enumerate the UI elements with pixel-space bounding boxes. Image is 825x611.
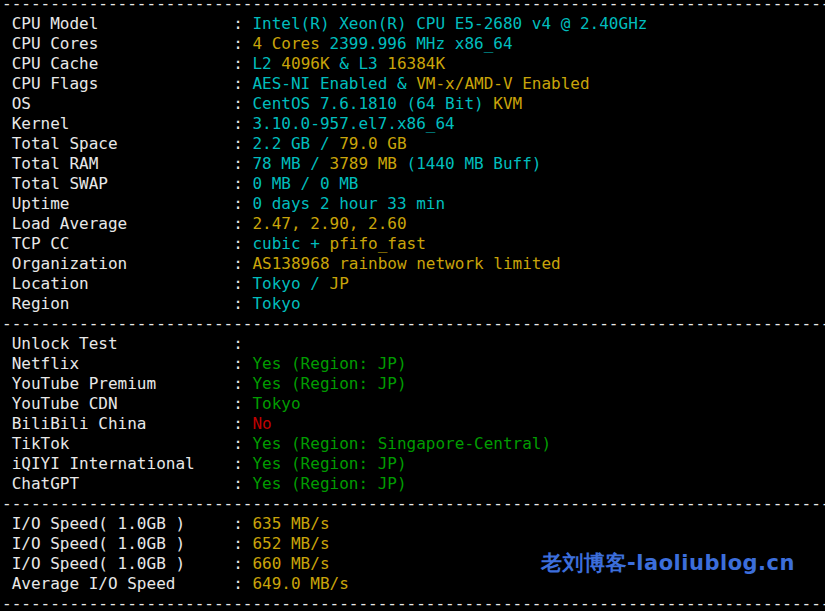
row-value-segment: Yes (Region: JP) [252, 354, 406, 373]
row-value-segment: 16384K [387, 54, 445, 73]
separator-line: ----------------------------------------… [2, 494, 825, 514]
row-label: Total RAM : [2, 154, 252, 173]
row-value-segment: VM-x/AMD-V Enabled [416, 74, 589, 93]
terminal-row: Organization : AS138968 rainbow network … [2, 254, 825, 274]
terminal-row: OS : CentOS 7.6.1810 (64 Bit) KVM [2, 94, 825, 114]
row-label: Average I/O Speed : [2, 574, 252, 593]
row-value-segment: 4 Cores [252, 34, 329, 53]
row-label: YouTube CDN : [2, 394, 252, 413]
row-value-segment: CentOS 7.6.1810 (64 Bit) [252, 94, 493, 113]
terminal-row: CPU Cache : L2 4096K & L3 16384K [2, 54, 825, 74]
row-label: Kernel : [2, 114, 252, 133]
terminal-row: Average I/O Speed : 649.0 MB/s [2, 574, 825, 594]
row-label: Total Space : [2, 134, 252, 153]
row-label: Netflix : [2, 354, 252, 373]
section-system-info: CPU Model : Intel(R) Xeon(R) CPU E5-2680… [2, 14, 825, 314]
row-value-segment: JP [330, 274, 349, 293]
terminal-row: BiliBili China : No [2, 414, 825, 434]
row-label: I/O Speed( 1.0GB ) : [2, 514, 252, 533]
row-value-segment: Tokyo / [252, 274, 329, 293]
row-label: YouTube Premium : [2, 374, 252, 393]
terminal-row: Total SWAP : 0 MB / 0 MB [2, 174, 825, 194]
terminal-row: Location : Tokyo / JP [2, 274, 825, 294]
terminal-row: YouTube Premium : Yes (Region: JP) [2, 374, 825, 394]
row-value-segment: No [252, 414, 271, 433]
row-label: CPU Cache : [2, 54, 252, 73]
row-value-segment: Yes (Region: JP) [252, 454, 406, 473]
row-label: CPU Cores : [2, 34, 252, 53]
terminal-output: ----------------------------------------… [0, 0, 825, 611]
section-unlock-test: Unlock Test : Netflix : Yes (Region: JP)… [2, 334, 825, 494]
row-value-segment: AS138968 rainbow network limited [252, 254, 560, 273]
row-label: I/O Speed( 1.0GB ) : [2, 534, 252, 553]
row-value-segment: 3789 MB [330, 154, 407, 173]
row-value-segment: 2.47, 2.90, 2.60 [252, 214, 406, 233]
terminal-row: CPU Cores : 4 Cores 2399.996 MHz x86_64 [2, 34, 825, 54]
terminal-row: YouTube CDN : Tokyo [2, 394, 825, 414]
separator-line: ----------------------------------------… [2, 0, 825, 14]
separator-line: ----------------------------------------… [2, 314, 825, 334]
row-value-segment: AES-NI Enabled & [252, 74, 416, 93]
row-value-segment: 79.0 GB [339, 134, 406, 153]
terminal-row: Kernel : 3.10.0-957.el7.x86_64 [2, 114, 825, 134]
row-value-segment: 0 MB / 0 MB [252, 174, 358, 193]
row-label: Load Average : [2, 214, 252, 233]
row-value-segment: pfifo_fast [330, 234, 426, 253]
row-value-segment: Yes (Region: JP) [252, 474, 406, 493]
row-value-segment: KVM [493, 94, 522, 113]
row-value-segment: 2399.996 MHz x86_64 [330, 34, 513, 53]
terminal-row: CPU Flags : AES-NI Enabled & VM-x/AMD-V … [2, 74, 825, 94]
row-value-segment: 649.0 MB/s [252, 574, 348, 593]
row-value-segment: Tokyo [252, 294, 300, 313]
watermark: 老刘博客-laoliublog.cn [541, 549, 795, 577]
row-value-segment: 78 MB / [252, 154, 329, 173]
row-value-segment: cubic + [252, 234, 329, 253]
terminal-row: TCP CC : cubic + pfifo_fast [2, 234, 825, 254]
row-label: TCP CC : [2, 234, 252, 253]
row-label: CPU Flags : [2, 74, 252, 93]
row-value-segment: L2 [252, 54, 281, 73]
row-label: OS : [2, 94, 252, 113]
row-value-segment: 652 MB/s [252, 534, 329, 553]
row-value-segment: & L3 [330, 54, 388, 73]
terminal-row: iQIYI International : Yes (Region: JP) [2, 454, 825, 474]
row-value-segment: 2.2 GB / [252, 134, 339, 153]
row-label: BiliBili China : [2, 414, 252, 433]
row-label: Organization : [2, 254, 252, 273]
terminal-row: ChatGPT : Yes (Region: JP) [2, 474, 825, 494]
terminal-row: Region : Tokyo [2, 294, 825, 314]
row-label: CPU Model : [2, 14, 252, 33]
row-label: TikTok : [2, 434, 252, 453]
row-label: Uptime : [2, 194, 252, 213]
row-value-segment: Tokyo [252, 394, 300, 413]
row-value-segment: Intel(R) Xeon(R) CPU E5-2680 v4 @ 2.40GH… [252, 14, 647, 33]
row-value-segment: 4096K [281, 54, 329, 73]
row-label: Region : [2, 294, 252, 313]
row-label: I/O Speed( 1.0GB ) : [2, 554, 252, 573]
row-label: Total SWAP : [2, 174, 252, 193]
separator-line: ----------------------------------------… [2, 594, 825, 611]
row-value-segment: 3.10.0-957.el7.x86_64 [252, 114, 454, 133]
row-label: iQIYI International : [2, 454, 252, 473]
row-value-segment: 0 days 2 hour 33 min [252, 194, 445, 213]
row-value-segment: 660 MB/s [252, 554, 329, 573]
terminal-row: Total RAM : 78 MB / 3789 MB (1440 MB Buf… [2, 154, 825, 174]
row-label: Unlock Test : [2, 334, 252, 353]
terminal-row: I/O Speed( 1.0GB ) : 635 MB/s [2, 514, 825, 534]
terminal-row: Unlock Test : [2, 334, 825, 354]
terminal-row: Uptime : 0 days 2 hour 33 min [2, 194, 825, 214]
row-label: Location : [2, 274, 252, 293]
terminal-row: Netflix : Yes (Region: JP) [2, 354, 825, 374]
row-value-segment: Yes (Region: JP) [252, 374, 406, 393]
row-value-segment: Yes (Region: Singapore-Central) [252, 434, 551, 453]
terminal-row: Total Space : 2.2 GB / 79.0 GB [2, 134, 825, 154]
terminal-row: CPU Model : Intel(R) Xeon(R) CPU E5-2680… [2, 14, 825, 34]
terminal-row: TikTok : Yes (Region: Singapore-Central) [2, 434, 825, 454]
row-value-segment: (1440 MB Buff) [407, 154, 542, 173]
terminal-row: Load Average : 2.47, 2.90, 2.60 [2, 214, 825, 234]
row-value-segment: 635 MB/s [252, 514, 329, 533]
row-label: ChatGPT : [2, 474, 252, 493]
